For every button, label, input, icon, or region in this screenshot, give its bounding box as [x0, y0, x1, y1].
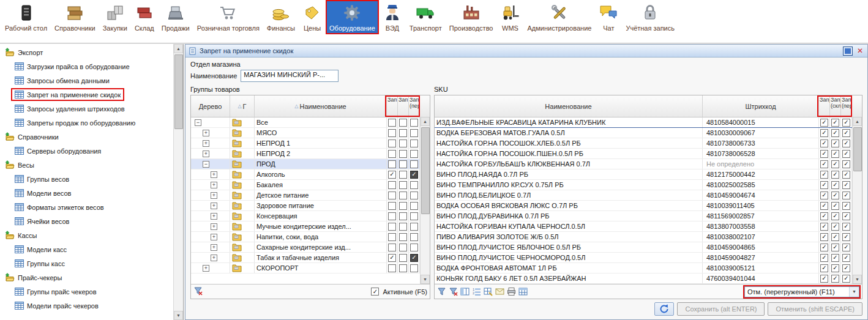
scrollbar-thumb[interactable] [174, 54, 183, 129]
sku-ban-checkbox[interactable] [831, 233, 839, 241]
tree-expander[interactable]: + [211, 171, 217, 178]
group-ban-checkbox[interactable] [399, 150, 407, 158]
group-ban-checkbox[interactable] [410, 223, 418, 231]
tree-expander[interactable]: + [203, 130, 209, 136]
sidebar-item-3[interactable]: Запрет на применение скидок [0, 87, 173, 102]
toolbar-item-11[interactable]: Производство [446, 0, 497, 34]
group-row[interactable]: +Сахарные кондитерские изд... [191, 242, 420, 253]
group-ban-checkbox[interactable] [388, 129, 396, 137]
sidebar-item-14[interactable]: Модели касс [0, 242, 173, 256]
save-button[interactable]: Сохранить (alt ENTER) [677, 302, 765, 316]
group-row[interactable]: −Все [191, 117, 420, 128]
sku-ban-checkbox[interactable] [831, 202, 839, 210]
sku-ban-checkbox[interactable] [831, 244, 839, 251]
sku-ban-checkbox[interactable] [820, 254, 828, 262]
column-header-group[interactable]: △Г [230, 95, 255, 117]
group-ban-checkbox[interactable] [388, 254, 396, 262]
active-filter-checkbox[interactable] [371, 288, 379, 296]
sku-ban-checkbox[interactable] [831, 192, 839, 199]
tree-expander[interactable]: + [211, 223, 217, 230]
group-ban-checkbox[interactable] [410, 181, 418, 189]
group-row[interactable]: +НЕПРОД 1 [191, 138, 420, 149]
sidebar-item-4[interactable]: Запросы удаления штрихкодов [0, 102, 173, 116]
sku-ban-checkbox[interactable] [842, 119, 850, 127]
toolbar-item-6[interactable]: Финансы [263, 0, 299, 34]
group-ban-checkbox[interactable] [399, 254, 407, 262]
group-row[interactable]: +Консервация [191, 211, 420, 221]
sku-ban-checkbox[interactable] [831, 254, 839, 262]
sku-ban-checkbox[interactable] [831, 223, 839, 231]
group-ban-checkbox[interactable] [399, 233, 407, 241]
sidebar-item-5[interactable]: Запреты продаж по оборудованию [0, 116, 173, 130]
group-row[interactable]: +СКОРОПОРТ [191, 263, 420, 273]
sku-ban-checkbox[interactable] [820, 192, 828, 199]
mode-dropdown[interactable]: Отм. (перегруженный) (F11) ▼ [744, 286, 859, 297]
sidebar-item-6[interactable]: Справочники [0, 130, 173, 144]
sidebar-item-0[interactable]: Экспорт [0, 45, 173, 59]
group-ban-checkbox[interactable] [410, 160, 418, 168]
toolbar-item-5[interactable]: Розничная торговля [193, 0, 263, 34]
sku-row[interactable]: ВОДКА БЕРЕЗОВАЯ МАТОВ.ГУАЛА 0.5Л48100300… [435, 128, 852, 138]
sku-ban-checkbox[interactable] [842, 181, 850, 189]
group-ban-checkbox[interactable] [410, 192, 418, 199]
sku-row[interactable]: ВИНО ПЛОД.ДУБРАВИНКА 0.7Л РБ481156900285… [435, 211, 852, 221]
sku-ban-checkbox[interactable] [820, 150, 828, 158]
sku-ban-checkbox[interactable] [842, 212, 850, 220]
sku-ban-checkbox[interactable] [831, 212, 839, 220]
toolbar-item-3[interactable]: Склад [131, 0, 158, 34]
scroll-up-icon[interactable]: ▲ [174, 44, 183, 53]
group-ban-checkbox[interactable] [410, 202, 418, 210]
column-header-check-3[interactable]: Запр(пер [409, 95, 420, 117]
group-ban-checkbox[interactable] [399, 212, 407, 220]
sku-row[interactable]: ВОДКА ФРОНТОВАЯ АВТОМАТ 1Л РБ48100390051… [435, 263, 852, 273]
sku-ban-checkbox[interactable] [842, 233, 850, 241]
tree-expander[interactable]: + [211, 255, 217, 261]
sidebar-scrollbar[interactable]: ▲ ▼ [173, 44, 183, 320]
group-row[interactable]: +Бакалея [191, 180, 420, 190]
group-ban-checkbox[interactable] [410, 140, 418, 147]
group-ban-checkbox[interactable] [388, 160, 396, 168]
group-ban-checkbox[interactable] [399, 140, 407, 147]
toolbar-item-8[interactable]: Оборудование [326, 0, 379, 34]
sku-ban-checkbox[interactable] [831, 275, 839, 283]
sku-ban-checkbox[interactable] [831, 264, 839, 272]
sku-ban-checkbox[interactable] [820, 181, 828, 189]
sku-ban-checkbox[interactable] [842, 254, 850, 262]
group-row[interactable]: +Табак и табачные изделия [191, 253, 420, 263]
tree-expander[interactable]: + [211, 213, 217, 220]
group-ban-checkbox[interactable] [410, 244, 418, 251]
column-header-check-1[interactable]: Запр [819, 95, 830, 117]
group-row[interactable]: +МЯСО [191, 128, 420, 138]
group-ban-checkbox[interactable] [410, 233, 418, 241]
tree-expander[interactable]: + [211, 192, 217, 199]
group-ban-checkbox[interactable] [388, 233, 396, 241]
group-row[interactable]: +Здоровое питание [191, 201, 420, 211]
toolbar-item-14[interactable]: Чат [595, 0, 622, 34]
sku-row[interactable]: ВОДКА ОСОБАЯ ВЯСКОВАЯ ЛЮКС О.7Л РБ481003… [435, 201, 852, 211]
group-row[interactable]: +Детское питание [191, 190, 420, 201]
sku-ban-checkbox[interactable] [842, 264, 850, 272]
groups-scrollbar[interactable]: ▲ ▼ [420, 117, 430, 284]
toolbar-item-4[interactable]: Продажи [158, 0, 193, 34]
group-ban-checkbox[interactable] [410, 129, 418, 137]
sku-ban-checkbox[interactable] [842, 140, 850, 147]
sku-row[interactable]: ИЗД.ВАФЕЛЬНЫЕ КРАСАВИЦА КАТАРИНА КЛУБНИК… [435, 117, 852, 128]
sku-ban-checkbox[interactable] [842, 192, 850, 199]
sku-ban-checkbox[interactable] [831, 171, 839, 179]
sidebar-item-7[interactable]: Серверы оборудования [0, 144, 173, 158]
group-ban-checkbox[interactable] [399, 202, 407, 210]
sku-ban-checkbox[interactable] [820, 202, 828, 210]
toolbar-item-15[interactable]: Учётная запись [622, 0, 678, 34]
sku-ban-checkbox[interactable] [820, 223, 828, 231]
sku-ban-checkbox[interactable] [831, 160, 839, 168]
toolbar-item-9[interactable]: ВЭД [379, 0, 406, 34]
scroll-down-icon[interactable]: ▼ [853, 275, 862, 284]
scrollbar-thumb[interactable] [421, 127, 430, 214]
sku-ban-checkbox[interactable] [831, 150, 839, 158]
group-row[interactable]: +НЕПРОД 2 [191, 149, 420, 159]
group-ban-checkbox[interactable] [399, 244, 407, 251]
tree-expander[interactable]: − [195, 119, 201, 126]
scroll-down-icon[interactable]: ▼ [421, 275, 430, 284]
column-header-sku-name[interactable]: Наименование [435, 95, 703, 117]
sku-ban-checkbox[interactable] [842, 244, 850, 251]
